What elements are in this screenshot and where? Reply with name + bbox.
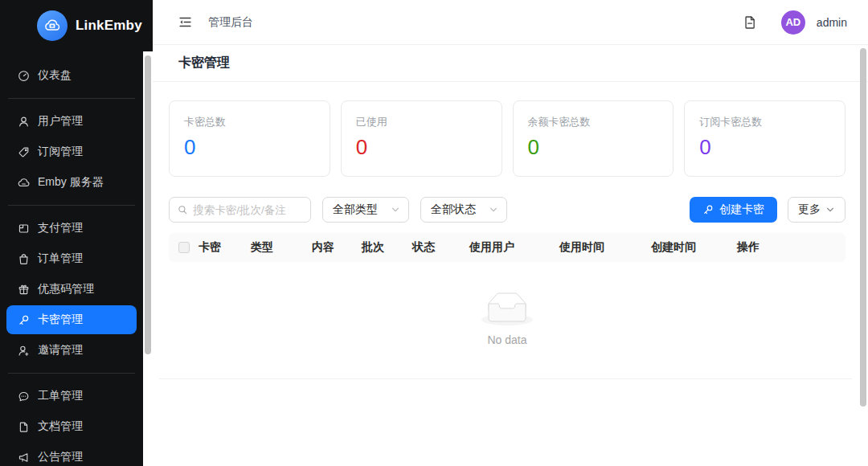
payment-icon [18,223,30,235]
sidebar-item-subscriptions[interactable]: 订阅管理 [6,137,137,166]
menu-fold-icon[interactable] [178,15,192,29]
chevron-down-icon [391,205,400,215]
more-label: 更多 [798,202,821,217]
toolbar: 全部类型 全部状态 创建卡密 [169,197,845,223]
key-icon [18,314,30,326]
column-header: 状态 [412,240,469,255]
stat-card-subscription: 订阅卡密总数 0 [684,100,845,177]
search-input[interactable] [193,204,302,216]
stat-value: 0 [356,135,487,160]
search-box [169,197,311,223]
column-header: 使用时间 [559,240,651,255]
table-bottom-divider [159,378,852,379]
document-icon[interactable] [743,15,757,30]
sidebar-item-label: 工单管理 [38,389,83,403]
sidebar-item-users[interactable]: 用户管理 [6,107,137,136]
stat-value: 0 [528,135,659,160]
stat-label: 订阅卡密总数 [699,115,830,129]
stat-cards: 卡密总数 0 已使用 0 余额卡密总数 0 订阅卡密总数 0 [169,100,845,177]
sidebar-item-invites[interactable]: 邀请管理 [6,336,137,365]
empty-state: No data [169,262,845,378]
sidebar-item-card-keys[interactable]: 卡密管理 [6,305,137,334]
create-card-key-label: 创建卡密 [719,202,764,217]
chevron-down-icon [825,205,835,215]
breadcrumb: 管理后台 [208,15,253,30]
create-card-key-button[interactable]: 创建卡密 [690,197,777,223]
sidebar-item-orders[interactable]: 订单管理 [6,244,137,273]
sidebar-item-label: 仪表盘 [38,68,72,83]
column-header: 使用用户 [469,240,559,255]
sidebar-divider [8,98,135,99]
invite-user-icon [18,345,30,357]
table-header-row: 卡密 类型 内容 批次 状态 使用用户 使用时间 创建时间 操作 [169,233,845,262]
more-button[interactable]: 更多 [788,197,845,223]
sidebar-item-coupons[interactable]: 优惠码管理 [6,275,137,304]
search-icon [178,204,187,215]
chevron-down-icon [489,205,498,215]
gift-icon [18,284,30,296]
stat-value: 0 [184,135,315,160]
sidebar-item-label: 订阅管理 [38,145,83,159]
avatar[interactable]: AD [781,10,805,35]
type-filter-select[interactable]: 全部类型 [322,197,409,223]
stat-label: 已使用 [356,115,487,129]
sidebar-item-label: 订单管理 [38,251,83,266]
key-icon [702,204,714,215]
sidebar: LinkEmby 仪表盘 用户管理 订阅管 [0,0,153,466]
cloud-logo-icon [37,10,68,41]
sidebar-scrollbar-thumb[interactable] [145,55,151,354]
megaphone-icon [18,452,30,464]
main-scrollbar-thumb[interactable] [860,48,866,407]
sidebar-item-dashboard[interactable]: 仪表盘 [6,61,137,90]
sidebar-divider [8,373,135,374]
chat-bubble-icon [18,390,30,403]
column-header: 卡密 [199,240,251,255]
file-icon [18,421,30,433]
sidebar-item-tickets[interactable]: 工单管理 [6,382,137,411]
sidebar-scrollbar-track [143,51,153,466]
status-filter-select[interactable]: 全部状态 [420,197,507,223]
sidebar-item-payments[interactable]: 支付管理 [6,214,137,243]
tag-icon [18,146,30,158]
sidebar-item-label: 文档管理 [38,419,83,434]
column-header: 批次 [362,240,412,255]
no-data-text: No data [487,333,526,346]
toolbar-right: 创建卡密 更多 [690,197,845,223]
titlebar: 卡密管理 [153,45,868,82]
sidebar-item-label: 优惠码管理 [38,282,94,296]
main-area: 管理后台 AD admin 卡密管理 卡密总数 0 [153,0,868,466]
sidebar-item-label: 公告管理 [38,450,83,464]
sidebar-divider [8,205,135,206]
user-icon [18,116,30,128]
status-filter-value: 全部状态 [431,202,476,217]
column-header: 操作 [737,240,845,255]
select-all-checkbox[interactable] [178,242,190,253]
stat-card-total: 卡密总数 0 [169,100,330,177]
stat-label: 卡密总数 [184,115,315,129]
column-header: 类型 [251,240,312,255]
sidebar-item-label: 用户管理 [38,114,83,129]
sidebar-item-emby-servers[interactable]: Emby 服务器 [6,168,137,197]
sidebar-item-label: Emby 服务器 [38,175,104,190]
empty-inbox-icon [481,292,533,325]
stat-value: 0 [699,135,830,160]
stat-label: 余额卡密总数 [528,115,659,129]
sidebar-item-docs[interactable]: 文档管理 [6,412,137,441]
type-filter-value: 全部类型 [333,202,378,217]
topbar: 管理后台 AD admin [153,0,868,45]
username: admin [817,16,847,29]
stat-card-balance: 余额卡密总数 0 [513,100,674,177]
logo[interactable]: LinkEmby [0,0,153,51]
content: 卡密总数 0 已使用 0 余额卡密总数 0 订阅卡密总数 0 [153,82,868,466]
app-window: LinkEmby 仪表盘 用户管理 订阅管 [0,0,868,466]
column-header: 内容 [312,240,362,255]
sidebar-item-announcements[interactable]: 公告管理 [6,443,137,466]
sidebar-item-label: 支付管理 [38,221,83,235]
page-title: 卡密管理 [178,55,230,72]
dashboard-icon [18,70,30,82]
column-header: 创建时间 [651,240,737,255]
logo-text: LinkEmby [76,18,142,34]
sidebar-item-label: 卡密管理 [38,313,83,327]
sidebar-item-label: 邀请管理 [38,343,83,358]
sidebar-menu: 仪表盘 用户管理 订阅管理 Emby 服务器 [0,51,143,466]
